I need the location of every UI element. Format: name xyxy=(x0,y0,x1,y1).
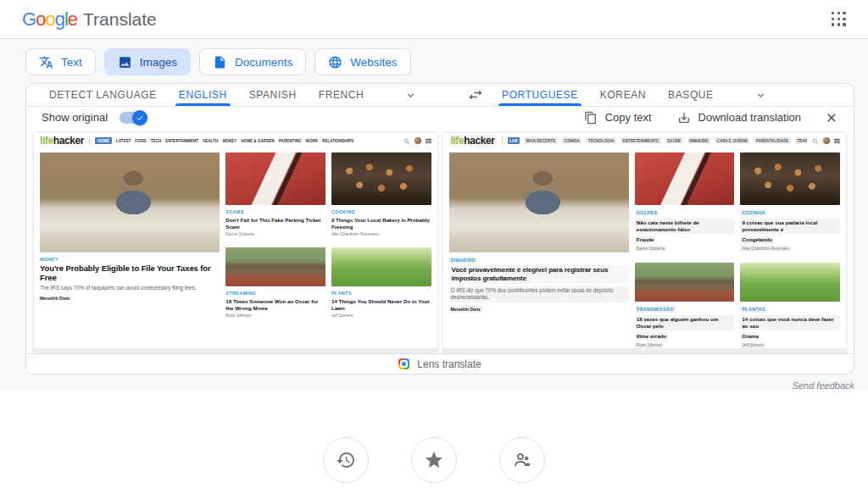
copy-text-button[interactable]: Copy text xyxy=(584,111,652,125)
tab-documents[interactable]: Documents xyxy=(199,48,306,75)
story-card: STREAMING 18 Times Someone Won an Oscar … xyxy=(225,247,326,318)
tab-text-label: Text xyxy=(61,56,82,69)
story-title: 14 coisas que você nunca deve fazer ao s… xyxy=(740,315,840,330)
story-image xyxy=(225,152,326,205)
story-title-line2: filme errado xyxy=(635,332,668,341)
bottom-actions xyxy=(0,437,868,483)
nav-item: DINHEIRO xyxy=(687,137,710,144)
story-title: 18 Times Someone Won an Oscar for the Wr… xyxy=(225,298,326,312)
nav-item: LATEST xyxy=(116,139,131,143)
source-lang-detect[interactable]: DETECT LANGUAGE xyxy=(38,84,168,106)
top-app-bar: Google Translate xyxy=(0,0,868,39)
story-title: 18 vezes que alguém ganhou um Oscar pelo xyxy=(635,315,735,330)
lifehacker-logo: lifehacker xyxy=(449,135,497,147)
source-lang-french[interactable]: FRENCH xyxy=(308,84,376,106)
avatar xyxy=(823,137,830,144)
story-title: Não caia neste bilhete de estacionamento… xyxy=(635,219,735,234)
main-story-image xyxy=(40,152,220,252)
tab-websites[interactable]: Websites xyxy=(314,48,410,75)
story-author: Meredith Dietz xyxy=(449,306,482,313)
story-image xyxy=(635,152,735,205)
story-card: COZINHA 9 coisas que sua padaria local p… xyxy=(740,152,840,252)
translate-mode-tabs: Text Images Documents Websites xyxy=(25,48,411,75)
swap-languages-button[interactable] xyxy=(460,84,491,106)
story-column: SCAMS Don't Fall for This Fake Parking T… xyxy=(225,152,326,348)
story-title: 9 coisas que sua padaria local provavelm… xyxy=(740,219,840,234)
story-card: COOKING 9 Things Your Local Bakery Is Pr… xyxy=(331,152,431,236)
story-author: Daniel Oropeza xyxy=(225,232,326,236)
contribute-button[interactable] xyxy=(499,437,545,483)
target-lang-portuguese[interactable]: PORTUGUESE xyxy=(491,84,589,106)
story-category: DINHEIRO xyxy=(449,257,477,263)
story-title: 9 Things Your Local Bakery Is Probably F… xyxy=(331,217,431,230)
story-image xyxy=(740,263,840,302)
lifehacker-header-icons xyxy=(812,133,840,148)
story-category: TRANSMISSÃO xyxy=(635,306,676,313)
lifehacker-nav: HOMELATESTFOODTECHENTERTAINMENTHEALTHMON… xyxy=(95,137,398,144)
story-subtitle: The IRS says 70% of taxpayers can avoid … xyxy=(40,285,220,292)
lifehacker-header: lifehacker LARMAIS RECENTECOMIDATECNOLOG… xyxy=(443,133,847,149)
story-author: Allie Chanthorn Reinmann xyxy=(331,232,431,236)
history-button[interactable] xyxy=(323,437,369,483)
download-translation-button[interactable]: Download translation xyxy=(677,111,801,125)
tab-images[interactable]: Images xyxy=(104,48,191,75)
copy-icon xyxy=(584,111,598,125)
original-screenshot: lifehacker HOMELATESTFOODTECHENTERTAINME… xyxy=(34,133,437,353)
main-story: DINHEIRO Você provavelmente é elegível p… xyxy=(449,152,629,348)
google-translate-logo[interactable]: Google Translate xyxy=(22,8,157,30)
translated-screenshot: lifehacker LARMAIS RECENTECOMIDATECNOLOG… xyxy=(443,133,847,353)
story-title: Você provavelmente é elegível para regis… xyxy=(449,265,629,284)
story-category: PLANTAS xyxy=(740,306,767,313)
more-source-languages-button[interactable] xyxy=(397,84,425,106)
story-category: COOKING xyxy=(331,209,431,214)
story-title: You're Probably Eligible to File Your Ta… xyxy=(40,263,220,282)
people-icon xyxy=(512,450,532,470)
tab-text[interactable]: Text xyxy=(25,48,96,75)
menu-icon xyxy=(834,139,840,143)
swap-horizontal-icon xyxy=(467,86,484,103)
nav-item: ENTRETENIMENTO xyxy=(620,137,661,144)
nav-item: PARENTALIDADE xyxy=(754,137,791,144)
avatar xyxy=(415,137,421,144)
story-image xyxy=(225,247,326,286)
target-lang-korean[interactable]: KOREAN xyxy=(589,84,657,106)
send-feedback-link[interactable]: Send feedback xyxy=(793,380,854,391)
story-title-line2: Fraude xyxy=(635,236,656,244)
translation-card: DETECT LANGUAGE ENGLISH SPANISH FRENCH P… xyxy=(25,83,854,374)
story-category: PLANTS xyxy=(331,291,431,296)
target-lang-basque[interactable]: BASQUE xyxy=(657,84,725,106)
translate-icon xyxy=(39,55,53,69)
google-apps-grid-icon[interactable] xyxy=(832,12,846,26)
image-comparison-area: lifehacker HOMELATESTFOODTECHENTERTAINME… xyxy=(26,129,854,353)
lifehacker-nav: LARMAIS RECENTECOMIDATECNOLOGIAENTRETENI… xyxy=(508,137,807,144)
story-author: Meredith Dietz xyxy=(40,296,220,301)
story-category: STREAMING xyxy=(225,291,326,296)
more-target-languages-button[interactable] xyxy=(747,84,775,106)
story-title: Don't Fall for This Fake Parking Ticket … xyxy=(225,217,326,230)
story-category: SCAMS xyxy=(225,209,326,214)
image-icon xyxy=(118,55,132,69)
globe-icon xyxy=(328,55,342,69)
nav-item: TECH xyxy=(151,139,162,143)
saved-button[interactable] xyxy=(411,437,457,483)
nav-item: TECNOLOGIA xyxy=(586,137,616,144)
source-lang-english[interactable]: ENGLISH xyxy=(168,84,238,106)
nav-item: SAÚDE xyxy=(665,137,683,144)
product-name: Translate xyxy=(83,9,157,30)
document-icon xyxy=(213,55,227,69)
show-original-toggle[interactable] xyxy=(120,112,145,124)
tab-documents-label: Documents xyxy=(235,56,292,69)
story-author: Jeff Somers xyxy=(331,313,431,318)
language-bar: DETECT LANGUAGE ENGLISH SPANISH FRENCH P… xyxy=(26,84,854,107)
check-icon xyxy=(136,114,144,122)
lens-translate-bar: Lens translate xyxy=(26,353,854,374)
download-icon xyxy=(677,111,691,125)
story-title: 14 Things You Should Never Do to Your La… xyxy=(331,298,431,312)
close-button[interactable] xyxy=(825,111,838,125)
nav-item: PARENTING xyxy=(279,139,302,143)
main-story-image xyxy=(449,152,629,252)
source-lang-spanish[interactable]: SPANISH xyxy=(238,84,308,106)
copy-text-label: Copy text xyxy=(605,111,652,124)
nav-item: MONEY xyxy=(222,139,236,143)
nav-item: HOME xyxy=(95,137,112,144)
